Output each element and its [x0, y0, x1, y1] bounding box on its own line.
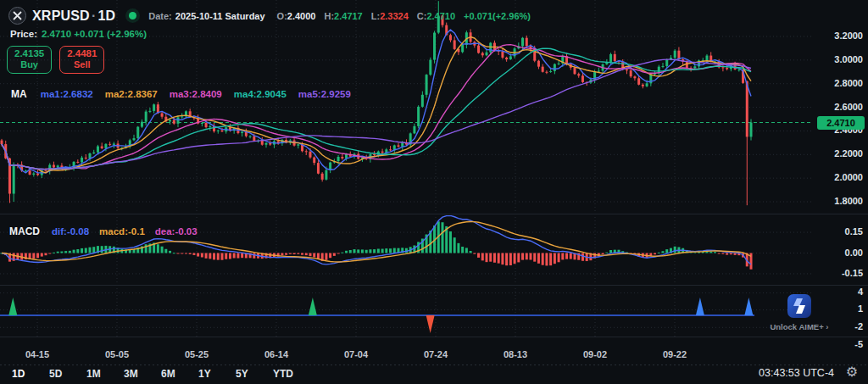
high-label: H:: [324, 11, 334, 21]
price-axis-label: 2.6000: [804, 102, 863, 112]
range-button-1m[interactable]: 1M: [86, 366, 124, 381]
close-value: 2.4710: [426, 11, 455, 21]
ma-legend-item: ma3:2.8409: [170, 89, 222, 99]
x-axis-label: 05-25: [185, 349, 209, 359]
symbol-title: XRPUSD: [32, 8, 90, 24]
macd-axis-label: 0.15: [804, 226, 863, 237]
date-value: 2025-10-11 Saturday: [175, 11, 265, 21]
xrp-logo-icon: [8, 7, 26, 25]
ma-legend-item: ma1:2.6832: [41, 89, 93, 99]
clock: 03:43:53 UTC-4: [759, 367, 834, 379]
price-axis-label: 2.8000: [804, 78, 863, 88]
change-value: +0.071(+2.96%): [464, 11, 531, 21]
chevron-right-icon: ›: [826, 322, 828, 331]
close-label: C:: [417, 11, 427, 21]
low-value: 2.3324: [380, 11, 409, 21]
signal-up-marker: [696, 298, 704, 315]
aime-label: Unlock AIME+: [770, 322, 823, 331]
x-axis-label: 09-02: [583, 349, 607, 359]
aime-icon: [787, 293, 812, 319]
macd-legend-item: macd:-0.1: [99, 226, 145, 237]
price-label: Price:: [10, 29, 37, 39]
sell-button[interactable]: 2.4481 Sell: [59, 46, 104, 74]
range-button-6m[interactable]: 6M: [161, 366, 198, 381]
price-axis-label: 3.2000: [804, 31, 863, 41]
date-label: Date:: [148, 11, 172, 21]
sell-price: 2.4481: [67, 48, 97, 59]
price-row: Price: 2.4710 +0.071 (+2.96%): [10, 29, 147, 39]
ma-legend: MA ma1:2.6832ma2:2.8367ma3:2.8409ma4:2.9…: [11, 88, 351, 100]
sell-label: Sell: [74, 59, 91, 70]
x-axis-label: 07-24: [424, 349, 448, 359]
signal-up-marker: [8, 298, 17, 315]
price-axis-label: 1.8000: [804, 196, 863, 206]
x-axis-label: 06-14: [264, 349, 288, 359]
low-label: L:: [371, 11, 380, 21]
signal-axis-label: -5: [804, 339, 863, 349]
signal-up-marker: [744, 298, 753, 315]
trade-buttons: 2.4135 Buy 2.4481 Sell: [7, 46, 104, 74]
range-button-1y[interactable]: 1Y: [198, 366, 236, 381]
macd-legend: MACD dif:-0.08macd:-0.1dea:-0.03: [9, 225, 198, 237]
x-axis-label: 04-15: [25, 349, 49, 359]
range-toolbar: 1D5D1M3M6M1Y5YYTD: [0, 364, 868, 384]
signal-up-marker: [309, 298, 317, 315]
timeframe-label: 1D: [97, 8, 115, 24]
ma-legend-title: MA: [11, 88, 27, 100]
x-axis-label: 05-05: [105, 349, 129, 359]
macd-axis-label: 0.00: [804, 248, 863, 258]
ma-legend-item: ma5:2.9259: [298, 89, 351, 99]
title-separator: ·: [92, 8, 97, 24]
trading-chart-window: XRPUSD · 1D Date: 2025-10-11 Saturday O:…: [0, 0, 868, 384]
ma-legend-item: ma4:2.9045: [234, 89, 287, 99]
range-button-3m[interactable]: 3M: [124, 366, 161, 381]
buy-price: 2.4135: [14, 48, 44, 59]
top-bar: XRPUSD · 1D Date: 2025-10-11 Saturday O:…: [8, 7, 531, 25]
open-value: 2.4000: [287, 11, 316, 21]
ma-legend-item: ma2:2.8367: [105, 89, 158, 99]
buy-button[interactable]: 2.4135 Buy: [7, 46, 52, 74]
x-axis-label: 08-13: [504, 349, 527, 359]
price-axis-label: 3.0000: [804, 54, 863, 64]
buy-label: Buy: [20, 59, 38, 70]
settings-gear-icon[interactable]: ⚙: [846, 364, 858, 380]
range-button-5y[interactable]: 5Y: [236, 366, 273, 381]
unlock-aime-button[interactable]: Unlock AIME+ ›: [767, 293, 832, 331]
current-price-badge: 2.4710: [817, 116, 865, 130]
price-value: 2.4710 +0.071 (+2.96%): [42, 29, 147, 39]
macd-legend-item: dif:-0.08: [52, 226, 89, 237]
live-status-dot: [129, 12, 136, 19]
macd-axis-label: -0.15: [804, 268, 863, 278]
x-axis-label: 07-04: [344, 349, 368, 359]
open-label: O:: [277, 11, 287, 21]
x-axis-label: 09-22: [663, 349, 687, 359]
macd-legend-title: MACD: [9, 225, 40, 237]
signal-down-marker: [426, 315, 435, 333]
range-button-1d[interactable]: 1D: [12, 366, 49, 381]
price-axis-label: 2.2000: [804, 148, 863, 159]
range-button-5d[interactable]: 5D: [49, 366, 86, 381]
range-button-ytd[interactable]: YTD: [273, 366, 310, 381]
price-axis-label: 2.0000: [804, 172, 863, 182]
high-value: 2.4717: [334, 11, 363, 21]
chart-canvas[interactable]: [0, 0, 868, 384]
macd-legend-item: dea:-0.03: [155, 226, 198, 237]
